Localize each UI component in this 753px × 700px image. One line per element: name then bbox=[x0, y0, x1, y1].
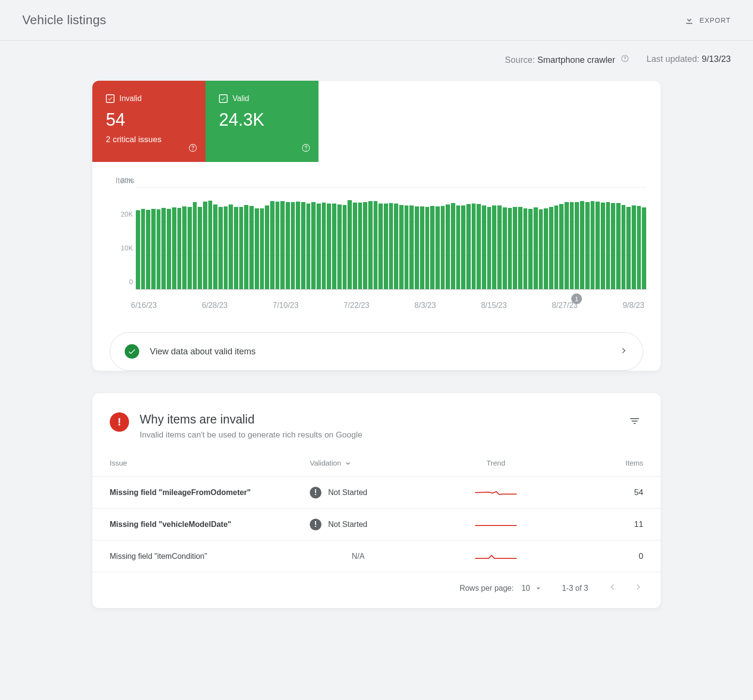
help-icon[interactable] bbox=[621, 54, 629, 63]
view-valid-items-link[interactable]: View data about valid items bbox=[110, 332, 643, 371]
bar bbox=[249, 206, 254, 290]
status-badge-icon: ! bbox=[310, 519, 321, 530]
export-button[interactable]: EXPORT bbox=[684, 15, 731, 26]
bar bbox=[172, 207, 176, 290]
bar bbox=[239, 207, 244, 290]
page-range: 1-3 of 3 bbox=[562, 584, 588, 593]
issues-header: ! Why items are invalid Invalid items ca… bbox=[92, 393, 661, 452]
bar bbox=[441, 206, 445, 290]
error-icon: ! bbox=[110, 412, 129, 432]
bar bbox=[626, 207, 631, 290]
bar bbox=[306, 204, 311, 290]
bar bbox=[430, 206, 434, 290]
invalid-subtext: 2 critical issues bbox=[106, 135, 194, 145]
header-bar: Vehicle listings EXPORT bbox=[0, 0, 753, 41]
table-header: Issue Validation Trend Items bbox=[92, 452, 661, 477]
bar bbox=[518, 207, 522, 290]
bar bbox=[616, 203, 621, 290]
prev-page-button[interactable] bbox=[608, 582, 618, 595]
rows-per-page-value: 10 bbox=[521, 584, 530, 593]
chart-box[interactable]: 0 10K 20K 30K 1 bbox=[114, 188, 646, 290]
bar bbox=[601, 203, 605, 290]
bar bbox=[177, 208, 182, 290]
help-icon[interactable] bbox=[301, 143, 311, 154]
y-tick: 20K bbox=[121, 210, 133, 218]
status-tiles: Invalid 54 2 critical issues Valid bbox=[92, 81, 661, 162]
col-issue[interactable]: Issue bbox=[110, 459, 310, 467]
col-trend[interactable]: Trend bbox=[435, 459, 556, 467]
col-items[interactable]: Items bbox=[556, 459, 643, 467]
x-tick: 6/28/23 bbox=[202, 301, 228, 310]
bar bbox=[203, 202, 207, 290]
items-count: 54 bbox=[556, 488, 643, 497]
check-circle-icon bbox=[125, 344, 139, 359]
bar bbox=[415, 206, 419, 290]
bar bbox=[378, 204, 383, 290]
bar bbox=[389, 203, 393, 290]
issues-subheading: Invalid items can't be used to generate … bbox=[140, 430, 615, 440]
items-count: 11 bbox=[556, 520, 643, 529]
bar bbox=[275, 202, 280, 290]
bar bbox=[322, 203, 326, 290]
items-count: 0 bbox=[556, 552, 643, 561]
bar bbox=[296, 202, 300, 290]
col-validation[interactable]: Validation bbox=[310, 458, 435, 467]
issue-row[interactable]: Missing field "itemCondition"N/A0 bbox=[92, 540, 661, 572]
x-tick: 7/10/23 bbox=[273, 301, 298, 310]
view-valid-items-label: View data about valid items bbox=[150, 347, 608, 357]
bar bbox=[539, 209, 543, 290]
x-tick: 8/3/23 bbox=[415, 301, 436, 310]
download-icon bbox=[684, 15, 695, 26]
bar bbox=[151, 209, 156, 290]
bar bbox=[188, 207, 192, 290]
issues-heading: Why items are invalid bbox=[140, 412, 615, 426]
bar bbox=[637, 206, 641, 290]
bar bbox=[622, 205, 626, 290]
next-page-button[interactable] bbox=[633, 582, 643, 595]
bar bbox=[286, 202, 290, 290]
bar bbox=[435, 206, 440, 290]
bar bbox=[399, 205, 404, 290]
bar bbox=[198, 207, 202, 290]
trend-sparkline bbox=[435, 519, 556, 530]
export-label: EXPORT bbox=[699, 16, 731, 24]
bar bbox=[301, 202, 305, 290]
bar bbox=[456, 205, 461, 290]
bar bbox=[348, 200, 352, 290]
event-marker[interactable]: 1 bbox=[571, 293, 582, 304]
col-validation-label: Validation bbox=[310, 459, 341, 467]
bar bbox=[255, 208, 259, 290]
bar bbox=[394, 204, 398, 290]
help-icon[interactable] bbox=[188, 143, 198, 154]
valid-tile[interactable]: Valid 24.3K bbox=[205, 81, 319, 162]
invalid-tile[interactable]: Invalid 54 2 critical issues bbox=[92, 81, 205, 162]
bar bbox=[136, 210, 140, 290]
validation-cell: !Not Started bbox=[310, 487, 435, 498]
bar bbox=[353, 203, 357, 290]
invalid-count: 54 bbox=[106, 110, 194, 130]
bar bbox=[327, 204, 331, 290]
trend-sparkline bbox=[435, 551, 556, 562]
chevron-right-icon bbox=[619, 346, 628, 357]
page-title: Vehicle listings bbox=[22, 13, 106, 28]
invalid-label: Invalid bbox=[119, 94, 142, 103]
source-meta: Source: Smartphone crawler bbox=[505, 54, 629, 65]
filter-button[interactable] bbox=[626, 412, 643, 431]
rows-per-page-select[interactable]: 10 bbox=[521, 584, 543, 593]
bar bbox=[291, 202, 295, 290]
updated-label: Last updated: bbox=[647, 54, 699, 64]
bar bbox=[503, 207, 507, 290]
issue-row[interactable]: Missing field "mileageFromOdometer"!Not … bbox=[92, 477, 661, 509]
overview-card: Invalid 54 2 critical issues Valid bbox=[92, 81, 661, 371]
bar bbox=[528, 209, 533, 290]
issue-row[interactable]: Missing field "vehicleModelDate"!Not Sta… bbox=[92, 509, 661, 540]
bar bbox=[554, 205, 559, 290]
bar bbox=[311, 202, 316, 290]
overview-card-wrap: Invalid 54 2 critical issues Valid bbox=[92, 81, 661, 371]
bar bbox=[234, 207, 238, 290]
bar bbox=[461, 205, 465, 290]
bar bbox=[632, 205, 636, 290]
bar bbox=[492, 205, 496, 290]
bar bbox=[477, 204, 481, 290]
validation-text: Not Started bbox=[328, 520, 367, 529]
